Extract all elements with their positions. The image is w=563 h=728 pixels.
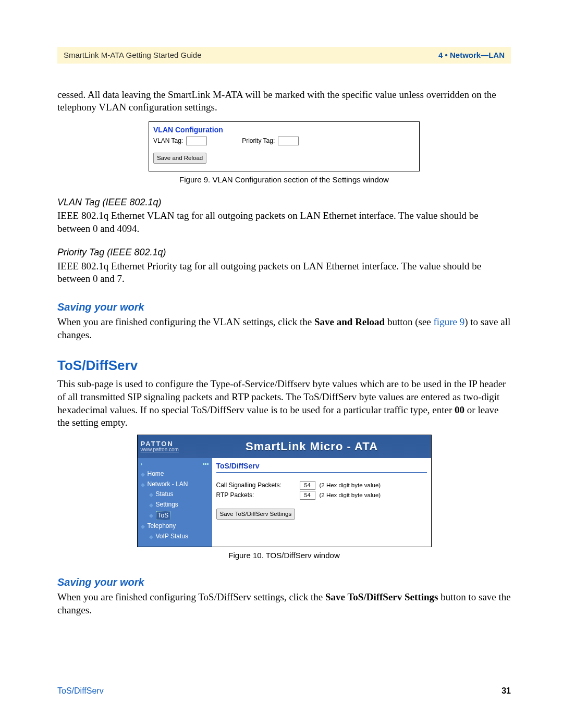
figure-9-caption: Figure 9. VLAN Configuration section of … bbox=[57, 175, 511, 185]
nav-voip-label: VoIP Status bbox=[156, 533, 189, 541]
nav-home-label: Home bbox=[148, 470, 164, 478]
saving-body-2: When you are finished configuring ToS/Di… bbox=[57, 591, 511, 616]
diamond-icon bbox=[149, 512, 153, 516]
nav-telephony[interactable]: Telephony bbox=[138, 521, 212, 532]
priority-tag-label: Priority Tag: bbox=[242, 137, 275, 145]
saving1-bold: Save and Reload bbox=[314, 316, 385, 327]
saving-heading-1: Saving your work bbox=[57, 300, 511, 314]
vlan-tag-heading: VLAN Tag (IEEE 802.1q) bbox=[57, 196, 511, 208]
diamond-icon bbox=[149, 491, 153, 495]
priority-tag-input[interactable] bbox=[278, 137, 299, 145]
nav-status[interactable]: Status bbox=[138, 489, 212, 500]
header-guide-title: SmartLink M-ATA Getting Started Guide bbox=[64, 50, 202, 60]
save-tos-diffserv-button[interactable]: Save ToS/DiffServ Settings bbox=[216, 509, 296, 520]
nav-tos[interactable]: ToS bbox=[138, 510, 212, 522]
rtp-packets-label: RTP Packets: bbox=[216, 491, 300, 500]
nav-network-lan[interactable]: Network - LAN bbox=[138, 479, 212, 490]
product-title: SmartLink Micro - ATA bbox=[196, 439, 428, 454]
nav-voip-status[interactable]: VoIP Status bbox=[138, 532, 212, 542]
nav-menu-icon[interactable]: ••• bbox=[203, 460, 209, 467]
nav-sidebar: › ••• Home Network - LAN Status Settings… bbox=[138, 458, 212, 547]
patton-url[interactable]: www.patton.com bbox=[141, 447, 191, 452]
footer-page-number: 31 bbox=[501, 686, 511, 697]
priority-tag-heading: Priority Tag (IEEE 802.1q) bbox=[57, 246, 511, 258]
save-and-reload-button[interactable]: Save and Reload bbox=[153, 153, 206, 164]
fig10-header: PATTON www.patton.com SmartLink Micro - … bbox=[138, 435, 431, 458]
rtp-packets-row: RTP Packets: 54 (2 Hex digit byte value) bbox=[216, 490, 427, 500]
priority-tag-body: IEEE 802.1q Ethernet Priority tag for al… bbox=[57, 260, 511, 286]
nav-tos-label: ToS bbox=[156, 511, 171, 521]
diamond-icon bbox=[141, 523, 145, 527]
call-signalling-hint: (2 Hex digit byte value) bbox=[320, 482, 381, 489]
footer-section: ToS/DiffServ bbox=[57, 686, 104, 697]
tos-body-bold: 00 bbox=[455, 404, 464, 415]
page-header: SmartLink M-ATA Getting Started Guide 4 … bbox=[57, 47, 511, 64]
tos-body-before: This sub-page is used to configure the T… bbox=[57, 378, 506, 415]
vlan-tag-body: IEEE 802.1q Ethernet VLAN tag for all ou… bbox=[57, 209, 511, 235]
figure-10-caption: Figure 10. TOS/DiffServ window bbox=[57, 550, 511, 561]
nav-expand-icon[interactable]: › bbox=[141, 460, 143, 467]
saving1-text-before: When you are finished configuring the VL… bbox=[57, 316, 314, 327]
saving-heading-2: Saving your work bbox=[57, 575, 511, 589]
call-signalling-label: Call Signalling Packets: bbox=[216, 482, 300, 490]
panel-title: ToS/DiffServ bbox=[216, 461, 427, 473]
patton-logo-block: PATTON www.patton.com bbox=[141, 439, 191, 454]
saving2-bold: Save ToS/DiffServ Settings bbox=[325, 591, 438, 602]
tosdiffserv-figure: PATTON www.patton.com SmartLink Micro - … bbox=[137, 435, 432, 547]
nav-telephony-label: Telephony bbox=[148, 522, 176, 530]
intro-paragraph: cessed. All data leaving the SmartLink M… bbox=[57, 89, 511, 114]
vlan-tag-label: VLAN Tag: bbox=[153, 137, 183, 145]
figure-9-link[interactable]: figure 9 bbox=[434, 316, 465, 327]
diamond-icon bbox=[141, 471, 145, 475]
vlan-tag-input[interactable] bbox=[186, 137, 207, 145]
vlan-config-title: VLAN Configuration bbox=[153, 125, 415, 134]
saving1-text-mid: button (see bbox=[385, 316, 433, 327]
rtp-packets-hint: (2 Hex digit byte value) bbox=[320, 491, 381, 499]
call-signalling-row: Call Signalling Packets: 54 (2 Hex digit… bbox=[216, 480, 427, 490]
call-signalling-input[interactable]: 54 bbox=[300, 481, 315, 490]
vlan-config-figure: VLAN Configuration VLAN Tag: Priority Ta… bbox=[149, 121, 420, 171]
tosdiffserv-panel: ToS/DiffServ Call Signalling Packets: 54… bbox=[212, 458, 431, 547]
page-footer: ToS/DiffServ 31 bbox=[57, 686, 511, 697]
diamond-icon bbox=[149, 533, 153, 537]
header-section-label: 4 • Network—LAN bbox=[438, 50, 505, 60]
nav-settings-label: Settings bbox=[156, 501, 178, 509]
tosdiffserv-heading: ToS/DiffServ bbox=[57, 357, 511, 375]
diamond-icon bbox=[141, 481, 145, 485]
tosdiffserv-body: This sub-page is used to configure the T… bbox=[57, 378, 511, 429]
saving-body-1: When you are finished configuring the VL… bbox=[57, 316, 511, 341]
nav-network-label: Network - LAN bbox=[148, 480, 188, 489]
rtp-packets-input[interactable]: 54 bbox=[300, 491, 315, 500]
nav-settings[interactable]: Settings bbox=[138, 500, 212, 510]
nav-status-label: Status bbox=[156, 490, 174, 499]
saving2-text-before: When you are finished configuring ToS/Di… bbox=[57, 591, 325, 602]
nav-home[interactable]: Home bbox=[138, 469, 212, 479]
diamond-icon bbox=[149, 501, 153, 505]
